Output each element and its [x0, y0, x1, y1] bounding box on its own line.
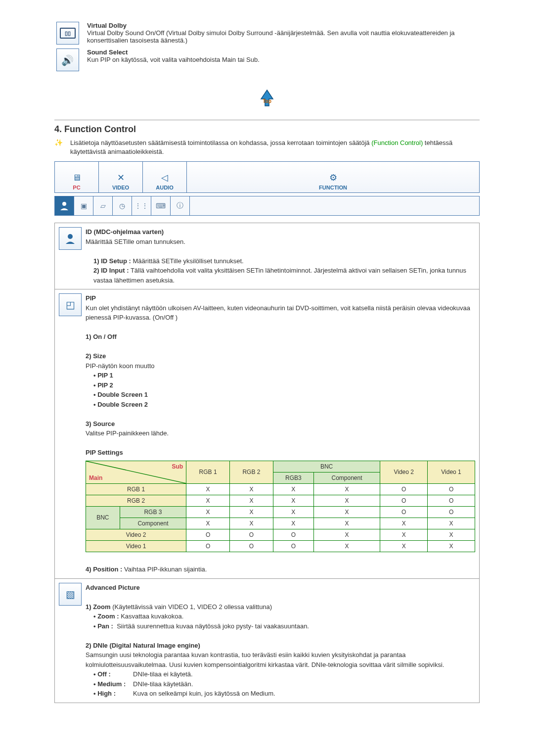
dolby-icon: ▯▯ [56, 22, 79, 45]
crop-icon[interactable]: ▱ [93, 196, 112, 215]
tab-function[interactable]: ⚙FUNCTION [187, 162, 479, 192]
pip-desc: Kun olet yhdistänyt näyttöön ulkoisen AV… [86, 303, 475, 323]
pip-size-title: 2) Size [86, 351, 475, 361]
svg-point-1 [62, 202, 66, 206]
pip-source-title: 3) Source [86, 419, 475, 429]
dots-icon[interactable]: ⋮⋮ [132, 196, 151, 215]
audio-section: ▯▯ Virtual DolbyVirtual Dolby Sound On/O… [54, 20, 480, 73]
monitor-icon: 🖥 [70, 172, 84, 184]
toolbar-spacer [189, 196, 479, 215]
svg-point-2 [68, 234, 73, 239]
function-control-link[interactable]: (Function Control) [371, 139, 423, 146]
top-link[interactable]: Top [256, 88, 278, 110]
divider [54, 120, 480, 120]
wand-icon: ✨ [54, 139, 66, 146]
sliders-icon: ⚙ [326, 172, 340, 184]
pip-icon: ◰ [59, 293, 82, 316]
pip-source-desc: Valitse PIP-painikkeen lähde. [86, 428, 475, 438]
pip-size-desc: PIP-näytön koon muutto [86, 361, 475, 371]
function-details: ID (MDC-ohjelmaa varten) Määrittää SETil… [54, 223, 480, 703]
sub-toolbar: ▣ ▱ ◷ ⋮⋮ ⌨ ⓘ [54, 196, 480, 216]
user-icon[interactable] [55, 196, 74, 215]
advanced-picture-icon: ▧ [59, 583, 82, 606]
pip-title: PIP [86, 294, 96, 302]
tab-pc[interactable]: 🖥PC [55, 162, 99, 192]
video-x-icon: ✕ [114, 172, 128, 184]
virtual-dolby-title: Virtual Dolby [87, 22, 127, 29]
advanced-picture-title: Advanced Picture [86, 583, 475, 593]
sound-select-title: Sound Select [87, 48, 128, 56]
audio-speaker-icon: ◁ [158, 172, 172, 184]
clock-icon[interactable]: ◷ [112, 196, 132, 215]
tab-video[interactable]: ✕VIDEO [99, 162, 143, 192]
pip-settings-table: Main Sub RGB 1 RGB 2 BNC Video 2 Video 1… [86, 461, 475, 552]
id-title: ID (MDC-ohjelmaa varten) [86, 228, 164, 236]
tab-audio[interactable]: ◁AUDIO [143, 162, 187, 192]
sound-select-desc: Kun PIP on käytössä, voit valita vaihtoe… [87, 56, 260, 63]
dnie-title: 2) DNIe (Digital Natural Image engine) [86, 641, 475, 651]
info-icon[interactable]: ⓘ [170, 196, 189, 215]
pip-settings-title: PIP Settings [86, 448, 475, 458]
speaker-icon [56, 48, 79, 71]
svg-text:Top: Top [263, 98, 271, 104]
dnie-desc: Samsungin uusi teknologia parantaa kuvan… [86, 650, 475, 669]
id-user-icon [59, 227, 82, 250]
virtual-dolby-desc: Virtual Dolby Sound On/Off (Virtual Dolb… [87, 29, 455, 44]
keyboard-icon[interactable]: ⌨ [151, 196, 170, 215]
section-heading: 4. Function Control [54, 124, 480, 135]
main-tab-bar: 🖥PC ✕VIDEO ◁AUDIO ⚙FUNCTION [54, 161, 480, 193]
overlay-icon[interactable]: ▣ [74, 196, 93, 215]
intro-text: Lisätietoja näyttöasetusten säätämisestä… [70, 139, 480, 156]
id-desc: Määrittää SETille oman tunnuksen. [86, 237, 475, 247]
pip-onoff: 1) On / Off [86, 332, 475, 342]
